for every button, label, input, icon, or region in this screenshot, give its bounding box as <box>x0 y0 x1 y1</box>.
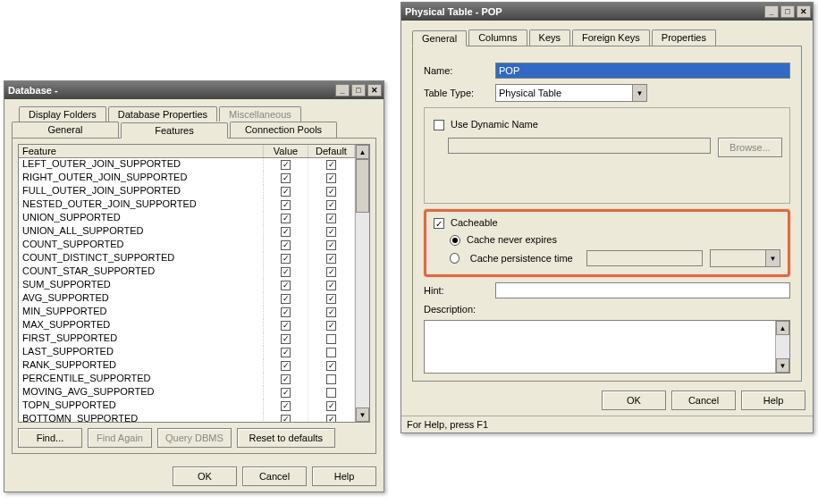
value-checkbox[interactable] <box>281 388 291 398</box>
table-row[interactable]: FULL_OUTER_JOIN_SUPPORTED <box>19 185 355 198</box>
value-checkbox[interactable] <box>281 187 291 197</box>
value-checkbox[interactable] <box>281 415 291 422</box>
tab-general[interactable]: General <box>12 122 119 138</box>
table-row[interactable]: MIN_SUPPORTED <box>19 306 355 319</box>
table-row[interactable]: FIRST_SUPPORTED <box>19 332 355 346</box>
value-checkbox[interactable] <box>281 173 291 183</box>
cancel-button[interactable]: Cancel <box>242 466 307 486</box>
col-header-default[interactable]: Default <box>308 145 355 157</box>
dynamic-name-input <box>448 138 711 154</box>
default-checkbox <box>326 160 336 170</box>
tab-display-folders[interactable]: Display Folders <box>19 106 106 122</box>
value-checkbox[interactable] <box>281 200 291 210</box>
desc-scrollbar[interactable]: ▲ ▼ <box>775 321 789 373</box>
tab-keys[interactable]: Keys <box>529 29 570 46</box>
default-checkbox <box>326 374 336 384</box>
grid-scrollbar[interactable]: ▲ ▼ <box>355 145 369 422</box>
table-row[interactable]: RIGHT_OUTER_JOIN_SUPPORTED <box>19 172 355 185</box>
table-row[interactable]: AVG_SUPPORTED <box>19 292 355 306</box>
tab-foreign-keys[interactable]: Foreign Keys <box>572 29 650 46</box>
description-textarea[interactable]: ▲ ▼ <box>424 320 790 374</box>
find-button[interactable]: Find... <box>18 428 82 448</box>
tab-features[interactable]: Features <box>121 122 228 139</box>
table-row[interactable]: LAST_SUPPORTED <box>19 346 355 359</box>
value-checkbox[interactable] <box>281 348 291 357</box>
feature-name: COUNT_DISTINCT_SUPPORTED <box>19 252 264 265</box>
default-checkbox <box>326 415 336 422</box>
value-checkbox[interactable] <box>281 294 291 304</box>
ok-button[interactable]: OK <box>602 391 666 410</box>
feature-grid[interactable]: Feature Value Default LEFT_OUTER_JOIN_SU… <box>18 144 370 423</box>
feature-name: FIRST_SUPPORTED <box>19 332 264 346</box>
maximize-icon[interactable] <box>351 84 366 97</box>
cache-persist-radio[interactable] <box>450 253 460 264</box>
hint-input[interactable] <box>495 282 790 298</box>
table-row[interactable]: TOPN_SUPPORTED <box>19 399 355 413</box>
close-icon[interactable] <box>797 5 811 18</box>
help-button[interactable]: Help <box>312 466 376 486</box>
col-header-value[interactable]: Value <box>264 145 308 157</box>
value-checkbox[interactable] <box>281 254 291 264</box>
tab-general[interactable]: General <box>412 30 467 46</box>
value-checkbox[interactable] <box>281 281 291 290</box>
table-row[interactable]: NESTED_OUTER_JOIN_SUPPORTED <box>19 198 355 212</box>
cache-never-label: Cache never expires <box>467 234 557 245</box>
value-checkbox[interactable] <box>281 240 291 250</box>
table-row[interactable]: COUNT_DISTINCT_SUPPORTED <box>19 252 355 265</box>
use-dynamic-name-checkbox[interactable] <box>434 120 444 130</box>
scroll-up-icon[interactable]: ▲ <box>356 145 369 159</box>
tab-connection-pools[interactable]: Connection Pools <box>230 122 337 138</box>
value-checkbox[interactable] <box>281 401 291 411</box>
value-checkbox[interactable] <box>281 334 291 344</box>
table-row[interactable]: LEFT_OUTER_JOIN_SUPPORTED <box>19 158 355 172</box>
default-checkbox <box>326 200 336 210</box>
table-row[interactable]: SUM_SUPPORTED <box>19 279 355 292</box>
value-checkbox[interactable] <box>281 227 291 237</box>
scroll-up-icon[interactable]: ▲ <box>776 321 789 335</box>
close-icon[interactable] <box>367 84 382 97</box>
table-row[interactable]: MAX_SUPPORTED <box>19 319 355 332</box>
database-dialog: Database - Display Folders Database Prop… <box>4 80 384 492</box>
scroll-thumb[interactable] <box>356 159 369 213</box>
titlebar[interactable]: Database - <box>4 81 384 99</box>
table-row[interactable]: UNION_SUPPORTED <box>19 212 355 225</box>
table-type-select[interactable]: Physical Table ▼ <box>495 84 647 102</box>
minimize-icon[interactable] <box>764 5 779 18</box>
value-checkbox[interactable] <box>281 307 291 317</box>
table-row[interactable]: RANK_SUPPORTED <box>19 359 355 373</box>
browse-button: Browse... <box>718 138 782 157</box>
table-row[interactable]: COUNT_SUPPORTED <box>19 239 355 252</box>
table-row[interactable]: PERCENTILE_SUPPORTED <box>19 373 355 386</box>
help-button[interactable]: Help <box>741 391 805 410</box>
titlebar[interactable]: Physical Table - POP <box>401 3 813 21</box>
reset-defaults-button[interactable]: Reset to defaults <box>237 428 335 448</box>
cacheable-checkbox[interactable] <box>434 218 444 229</box>
chevron-down-icon[interactable]: ▼ <box>632 85 646 101</box>
cache-never-radio[interactable] <box>450 235 460 246</box>
table-row[interactable]: UNION_ALL_SUPPORTED <box>19 225 355 239</box>
col-header-feature[interactable]: Feature <box>19 145 264 157</box>
maximize-icon[interactable] <box>780 5 795 18</box>
scroll-down-icon[interactable]: ▼ <box>776 358 789 373</box>
feature-name: COUNT_STAR_SUPPORTED <box>19 265 264 279</box>
tab-properties[interactable]: Properties <box>652 29 716 46</box>
name-input[interactable] <box>495 63 790 79</box>
table-row[interactable]: MOVING_AVG_SUPPORTED <box>19 386 355 399</box>
table-row[interactable]: COUNT_STAR_SUPPORTED <box>19 265 355 279</box>
feature-name: NESTED_OUTER_JOIN_SUPPORTED <box>19 198 264 212</box>
feature-name: UNION_SUPPORTED <box>19 212 264 225</box>
value-checkbox[interactable] <box>281 361 291 371</box>
table-type-label: Table Type: <box>424 88 495 98</box>
value-checkbox[interactable] <box>281 214 291 223</box>
cancel-button[interactable]: Cancel <box>671 391 736 410</box>
tab-database-properties[interactable]: Database Properties <box>108 106 217 122</box>
scroll-down-icon[interactable]: ▼ <box>356 407 369 422</box>
table-row[interactable]: BOTTOMN_SUPPORTED <box>19 413 355 422</box>
ok-button[interactable]: OK <box>173 466 237 486</box>
value-checkbox[interactable] <box>281 267 291 277</box>
value-checkbox[interactable] <box>281 160 291 170</box>
value-checkbox[interactable] <box>281 321 291 331</box>
value-checkbox[interactable] <box>281 374 291 384</box>
tab-columns[interactable]: Columns <box>468 29 527 46</box>
minimize-icon[interactable] <box>335 84 350 97</box>
